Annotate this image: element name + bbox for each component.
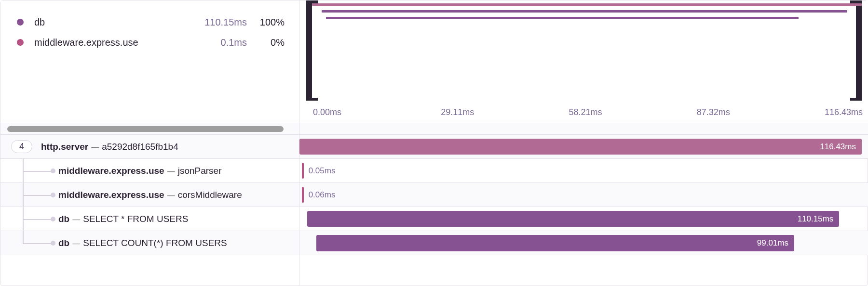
legend-name: db xyxy=(34,17,45,28)
span-desc: SELECT * FROM USERS xyxy=(83,214,188,224)
minimap-panel: 0.00ms 29.11ms 58.21ms 87.32ms 116.43ms xyxy=(299,0,868,123)
minimap-chart[interactable] xyxy=(306,0,862,101)
axis-tick: 29.11ms xyxy=(441,107,569,123)
duration-label: 110.15ms xyxy=(798,214,840,224)
span-row-root[interactable]: 4 http.server—a5292d8f165fb1b4 xyxy=(0,135,299,159)
horizontal-scroll-thumb[interactable] xyxy=(7,126,284,132)
minimap-span xyxy=(312,3,862,6)
legend-pct: 0% xyxy=(254,37,285,48)
tree-node-icon xyxy=(51,169,55,173)
span-op: db xyxy=(58,238,69,248)
duration-bar[interactable]: 99.01ms xyxy=(316,235,794,251)
legend-dot-icon xyxy=(17,19,24,26)
duration-label: 0.06ms xyxy=(309,190,336,200)
legend-time: 110.15ms xyxy=(204,17,254,28)
span-desc: jsonParser xyxy=(178,166,222,176)
span-op: http.server xyxy=(41,142,88,152)
span-bars: 116.43ms 0.05ms 0.06ms 110.15ms xyxy=(299,135,868,286)
minimap-handle-left[interactable] xyxy=(306,0,312,101)
span-desc: SELECT COUNT(*) FROM USERS xyxy=(83,238,227,248)
minimap-span xyxy=(326,17,798,19)
tree-node-icon xyxy=(51,193,55,197)
legend-pct: 100% xyxy=(254,17,285,28)
blank-strip xyxy=(299,123,868,135)
span-bar-row[interactable]: 116.43ms xyxy=(299,135,868,159)
horizontal-scroll-track[interactable] xyxy=(0,123,299,135)
span-op: db xyxy=(58,214,69,224)
span-tree: 4 http.server—a5292d8f165fb1b4 middlewar… xyxy=(0,135,299,286)
tree-node-icon xyxy=(51,241,55,246)
span-op: middleware.express.use xyxy=(58,166,164,176)
duration-bar[interactable]: 110.15ms xyxy=(307,211,839,227)
duration-bar[interactable] xyxy=(302,187,304,203)
duration-label: 99.01ms xyxy=(757,238,794,248)
legend-panel: db 110.15ms 100% middleware.express.use … xyxy=(0,0,299,123)
axis-tick: 116.43ms xyxy=(825,107,863,123)
span-bar-row[interactable]: 0.05ms xyxy=(299,159,868,183)
span-op: middleware.express.use xyxy=(58,190,164,200)
legend-row[interactable]: db 110.15ms 100% xyxy=(17,12,285,32)
legend-dot-icon xyxy=(17,39,24,46)
span-row[interactable]: middleware.express.use—jsonParser xyxy=(0,159,299,183)
span-bar-row[interactable]: 110.15ms xyxy=(299,207,868,231)
minimap-axis: 0.00ms 29.11ms 58.21ms 87.32ms 116.43ms xyxy=(299,101,868,123)
minimap-handle-right[interactable] xyxy=(856,0,862,101)
child-count-badge[interactable]: 4 xyxy=(11,140,32,153)
axis-tick: 0.00ms xyxy=(313,107,441,123)
span-desc: corsMiddleware xyxy=(178,190,242,200)
duration-bar[interactable]: 116.43ms xyxy=(299,139,862,155)
minimap-span xyxy=(322,10,847,13)
duration-label: 0.05ms xyxy=(309,166,336,176)
axis-tick: 58.21ms xyxy=(569,107,696,123)
span-desc: a5292d8f165fb1b4 xyxy=(102,142,178,152)
legend-row[interactable]: middleware.express.use 0.1ms 0% xyxy=(17,32,285,52)
duration-label: 116.43ms xyxy=(820,142,862,152)
span-row[interactable]: middleware.express.use—corsMiddleware xyxy=(0,183,299,207)
span-row[interactable]: db—SELECT COUNT(*) FROM USERS xyxy=(0,231,299,255)
span-bar-row[interactable]: 99.01ms xyxy=(299,231,868,255)
axis-tick: 87.32ms xyxy=(697,107,825,123)
legend-time: 0.1ms xyxy=(221,37,254,48)
legend-name: middleware.express.use xyxy=(34,37,138,48)
span-bar-row[interactable]: 0.06ms xyxy=(299,183,868,207)
tree-node-icon xyxy=(51,217,55,221)
trace-waterfall: db 110.15ms 100% middleware.express.use … xyxy=(0,0,868,286)
span-row[interactable]: db—SELECT * FROM USERS xyxy=(0,207,299,231)
duration-bar[interactable] xyxy=(302,163,304,179)
